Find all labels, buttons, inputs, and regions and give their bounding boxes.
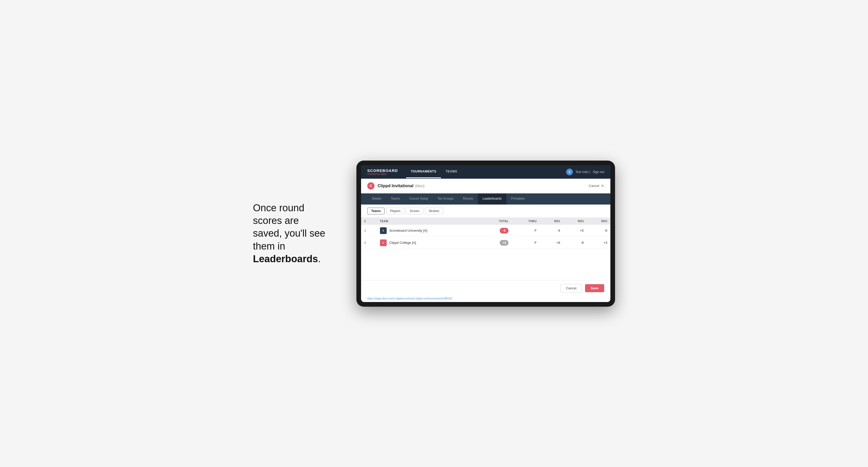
rd2-2: -8: [563, 237, 587, 249]
left-description: Once round scores are saved, you'll see …: [253, 202, 336, 266]
total-1: -5: [481, 225, 512, 237]
footer-cancel-button[interactable]: Cancel: [560, 284, 582, 292]
team-cell-1: S Scoreboard University [A]: [377, 225, 481, 237]
table-row: 2 C Clippd College [A] +3: [361, 237, 610, 249]
sub-tabs: Details Teams Course Setup Tee Groups Re…: [361, 193, 610, 205]
cancel-x-icon: ✕: [601, 183, 604, 188]
rd2-1: +5: [563, 225, 587, 237]
app-logo: SCOREBOARD Powered by clippd: [367, 168, 398, 175]
tournament-name: Clippd Invitational: [378, 184, 413, 188]
desc-line3: saved, you'll see: [253, 228, 326, 239]
user-name: Test User |: [576, 170, 590, 174]
footer-bar: Cancel Save: [361, 280, 610, 296]
nav-link-teams[interactable]: TEAMS: [441, 165, 462, 178]
app-navbar: SCOREBOARD Powered by clippd TOURNAMENTS…: [361, 165, 610, 179]
total-2: +3: [481, 237, 512, 249]
col-team: TEAM: [377, 217, 481, 225]
col-rd3: RD3: [587, 217, 610, 225]
score-badge-1: -5: [500, 228, 508, 234]
team-name-1: Scoreboard University [A]: [389, 228, 427, 232]
filter-bar: Teams Players Scores Strokes: [361, 205, 610, 217]
rd3-2: +3: [587, 237, 610, 249]
rd3-1: -6: [587, 225, 610, 237]
tab-printables[interactable]: Printables: [506, 193, 529, 205]
tab-leaderboards[interactable]: Leaderboards: [478, 193, 506, 205]
rank-1: 1: [361, 225, 377, 237]
user-avatar: S: [566, 168, 573, 175]
nav-right: S Test User | Sign out: [566, 168, 604, 175]
logo-subtitle: Powered by clippd: [367, 173, 398, 175]
desc-line4: them in: [253, 241, 285, 252]
col-rd2: RD2: [563, 217, 587, 225]
filter-strokes[interactable]: Strokes: [425, 208, 443, 214]
col-total: TOTAL: [481, 217, 512, 225]
team-name-2: Clippd College [A]: [389, 241, 416, 245]
team-logo-2: C: [380, 240, 387, 246]
rd1-1: -4: [540, 225, 563, 237]
desc-line2: scores are: [253, 215, 299, 226]
tab-teams[interactable]: Teams: [386, 193, 404, 205]
table-header-row: # TEAM TOTAL THRU RD1 RD2 RD3: [361, 217, 610, 225]
tournament-header: C Clippd Invitational (Men) Cancel ✕: [361, 179, 610, 193]
tab-tee-groups[interactable]: Tee Groups: [433, 193, 458, 205]
logo-title: SCOREBOARD: [367, 168, 398, 173]
rank-2: 2: [361, 237, 377, 249]
thru-1: F: [512, 225, 539, 237]
nav-link-tournaments[interactable]: TOURNAMENTS: [406, 165, 441, 178]
rd1-2: +8: [540, 237, 563, 249]
filter-players[interactable]: Players: [386, 208, 404, 214]
tab-details[interactable]: Details: [367, 193, 386, 205]
table-row: 1 S Scoreboard University [A] -5: [361, 225, 610, 237]
filter-scores[interactable]: Scores: [406, 208, 423, 214]
tab-course-setup[interactable]: Course Setup: [404, 193, 433, 205]
col-thru: THRU: [512, 217, 539, 225]
page-wrapper: Once round scores are saved, you'll see …: [253, 161, 615, 307]
tournament-icon: C: [367, 182, 374, 190]
col-rank: #: [361, 217, 377, 225]
leaderboard-table: # TEAM TOTAL THRU RD1 RD2 RD3 1: [361, 217, 610, 249]
team-logo-1: S: [380, 227, 387, 234]
score-badge-2: +3: [500, 240, 508, 246]
tournament-cancel-button[interactable]: Cancel ✕: [589, 183, 604, 188]
tournament-type: (Men): [415, 184, 425, 188]
desc-line5-bold: Leaderboards: [253, 253, 318, 264]
tab-results[interactable]: Results: [458, 193, 478, 205]
filter-teams[interactable]: Teams: [367, 208, 384, 214]
desc-line1: Once round: [253, 203, 304, 213]
thru-2: F: [512, 237, 539, 249]
tablet-device: SCOREBOARD Powered by clippd TOURNAMENTS…: [356, 161, 615, 307]
url-bar: https://stage-blue-coach.stagescoreboard…: [361, 296, 610, 302]
footer-save-button[interactable]: Save: [585, 284, 604, 292]
col-rd1: RD1: [540, 217, 563, 225]
nav-links: TOURNAMENTS TEAMS: [406, 165, 566, 178]
sign-out-link[interactable]: Sign out: [593, 170, 604, 174]
team-cell-2: C Clippd College [A]: [377, 237, 481, 249]
tablet-screen: SCOREBOARD Powered by clippd TOURNAMENTS…: [361, 165, 610, 302]
